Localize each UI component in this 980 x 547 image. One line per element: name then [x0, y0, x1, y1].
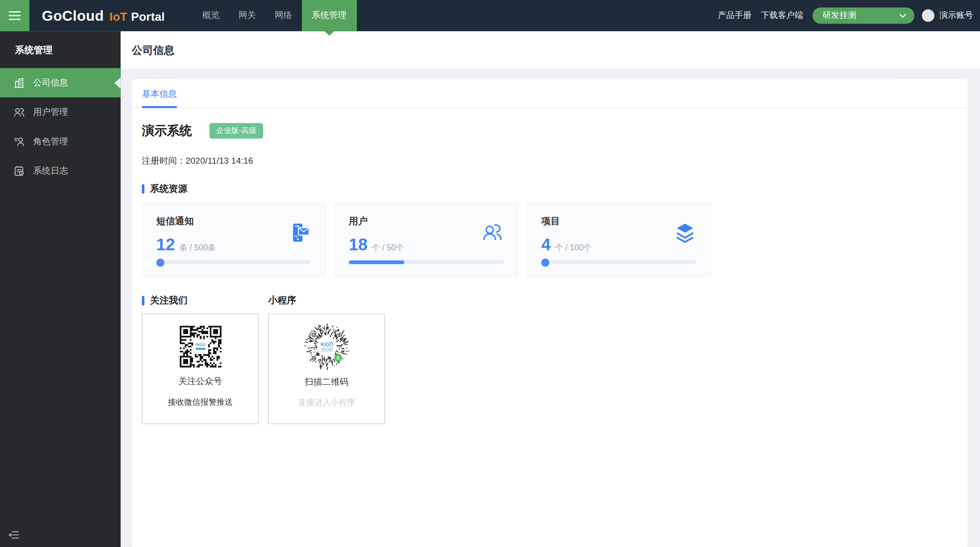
- chevron-down-icon: [899, 13, 906, 17]
- company-info-card: 基本信息 演示系统 企业版-高级 注册时间：2020/11/13 14:16 系…: [132, 79, 967, 547]
- qr-caption: 扫描二维码: [305, 377, 348, 388]
- sidebar-item-label: 公司信息: [33, 77, 68, 88]
- sidebar-item-user-management[interactable]: 用户管理: [0, 98, 121, 127]
- content-area: 基本信息 演示系统 企业版-高级 注册时间：2020/11/13 14:16 系…: [121, 69, 980, 547]
- nav-system-management[interactable]: 系统管理: [302, 0, 356, 31]
- resource-card-projects: 项目 4 个 / 100个: [527, 203, 711, 277]
- sidebar-item-company-info[interactable]: 公司信息: [0, 68, 121, 97]
- resource-card-users: 用户 18 个 / 50个: [334, 203, 518, 277]
- tab-basic-info[interactable]: 基本信息: [142, 79, 177, 108]
- qr-cards: 关注公众号 接收微信报警推送 扫描二维码 直接进入小程序: [142, 314, 958, 424]
- log-icon: [13, 165, 25, 177]
- sidebar: 系统管理 公司信息 用户管理: [0, 31, 121, 547]
- register-time-row: 注册时间：2020/11/13 14:16: [142, 155, 958, 167]
- resource-title: 项目: [541, 216, 696, 227]
- collapse-sidebar-icon: [8, 531, 19, 539]
- resource-unit: 条 / 500条: [179, 242, 216, 254]
- sidebar-item-label: 角色管理: [33, 136, 68, 147]
- account-name[interactable]: 演示账号: [940, 10, 973, 21]
- mini-program-qr-card: 扫描二维码 直接进入小程序: [268, 314, 385, 424]
- app-window: GoCloud IoT Portal 概览 网关 网络 系统管理 产品手册 下载…: [0, 0, 980, 547]
- progress-track: [156, 260, 312, 264]
- nav-network[interactable]: 网络: [265, 0, 302, 31]
- building-icon: [13, 77, 25, 89]
- resource-card-sms: 短信通知: [142, 203, 326, 277]
- nav-overview[interactable]: 概览: [192, 0, 229, 31]
- navbar-right: 产品手册 下载客户端 研发挂测 演示账号: [718, 7, 980, 24]
- progress-track: [541, 260, 696, 264]
- follow-us-heading: 关注我们: [142, 295, 268, 307]
- logo-brand: GoCloud: [42, 7, 104, 24]
- qr-subcaption: 直接进入小程序: [298, 397, 355, 408]
- download-client-link[interactable]: 下载客户端: [761, 10, 803, 21]
- section-accent-bar: [142, 296, 145, 306]
- official-account-qr-card: 关注公众号 接收微信报警推送: [142, 314, 259, 424]
- hamburger-icon: [9, 11, 21, 13]
- layers-icon: [674, 222, 697, 244]
- plan-badge: 企业版-高级: [209, 123, 263, 139]
- main-area: 公司信息 基本信息 演示系统 企业版-高级 注册时间：2020/11/13 14…: [121, 31, 980, 547]
- progress-fill: [156, 258, 164, 266]
- mini-program-heading: 小程序: [268, 295, 296, 307]
- sidebar-item-label: 系统日志: [33, 165, 68, 176]
- primary-nav: 概览 网关 网络 系统管理: [192, 0, 356, 31]
- team-icon: [481, 222, 504, 243]
- mini-program-qr-code: [301, 320, 353, 373]
- resource-cards: 短信通知: [142, 203, 958, 277]
- logo-suffix: Portal: [131, 10, 165, 24]
- sidebar-item-system-log[interactable]: 系统日志: [0, 156, 121, 186]
- progress-fill: [349, 260, 404, 264]
- role-icon: [13, 136, 25, 147]
- sms-phone-icon: [288, 222, 311, 244]
- top-navbar: GoCloud IoT Portal 概览 网关 网络 系统管理 产品手册 下载…: [0, 0, 980, 31]
- register-time-value: 2020/11/13 14:16: [186, 155, 253, 165]
- logo-product: IoT: [110, 10, 127, 24]
- page-header: 公司信息: [121, 31, 980, 69]
- qr-subcaption: 接收微信报警推送: [168, 397, 233, 408]
- environment-value: 研发挂测: [822, 10, 856, 21]
- resource-value: 4: [541, 235, 550, 255]
- progress-track: [349, 260, 504, 264]
- resource-unit: 个 / 50个: [372, 242, 404, 254]
- resource-title: 用户: [349, 216, 504, 227]
- sidebar-item-role-management[interactable]: 角色管理: [0, 127, 121, 156]
- qr-caption: 关注公众号: [178, 376, 222, 387]
- system-resources-heading: 系统资源: [142, 183, 958, 195]
- app-logo: GoCloud IoT Portal: [42, 7, 165, 24]
- environment-select[interactable]: 研发挂测: [813, 7, 915, 24]
- nav-gateway[interactable]: 网关: [229, 0, 265, 31]
- resource-value: 18: [349, 235, 368, 255]
- page-title: 公司信息: [132, 43, 174, 57]
- sidebar-item-label: 用户管理: [33, 107, 68, 118]
- tab-bar: 基本信息: [132, 79, 967, 108]
- avatar[interactable]: [922, 10, 934, 22]
- resource-unit: 个 / 100个: [555, 242, 592, 254]
- resource-value: 12: [156, 235, 175, 255]
- official-account-qr-code: [177, 323, 223, 369]
- section-accent-bar: [142, 184, 145, 193]
- progress-fill: [541, 258, 549, 266]
- sidebar-title: 系统管理: [0, 31, 121, 68]
- register-time-label: 注册时间：: [142, 155, 186, 165]
- active-item-notch: [115, 77, 121, 88]
- users-icon: [13, 106, 25, 118]
- product-manual-link[interactable]: 产品手册: [718, 10, 752, 21]
- hamburger-menu-button[interactable]: [0, 0, 29, 31]
- collapse-sidebar-button[interactable]: [8, 531, 19, 539]
- company-name: 演示系统: [142, 122, 192, 140]
